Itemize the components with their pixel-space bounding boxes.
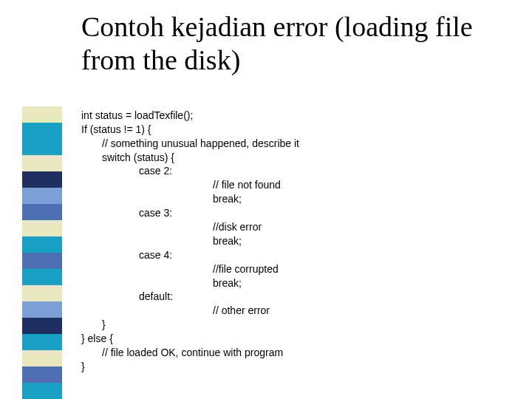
sidebar-block — [22, 318, 62, 334]
sidebar-block — [22, 236, 62, 253]
code-line: } — [81, 361, 85, 372]
code-block: int status = loadTexfile(); If (status !… — [81, 95, 495, 374]
sidebar-block — [22, 301, 62, 318]
sidebar-block — [22, 220, 62, 236]
code-line: If (status != 1) { — [81, 123, 151, 135]
sidebar-block — [22, 106, 62, 123]
code-line: //file corrupted — [81, 262, 279, 276]
code-line: case 2: — [81, 164, 172, 178]
code-line: break; — [81, 276, 242, 290]
code-line: } — [81, 318, 106, 332]
code-line: // file not found — [81, 178, 281, 192]
sidebar-block — [22, 334, 62, 350]
sidebar-block — [22, 188, 62, 204]
sidebar-block — [22, 171, 62, 188]
sidebar-block — [22, 383, 62, 399]
sidebar-block — [22, 285, 62, 301]
code-line: // something unusual happened, describe … — [81, 137, 299, 151]
code-line: switch (status) { — [81, 151, 174, 165]
sidebar-block — [22, 253, 62, 269]
code-line: case 4: — [81, 248, 172, 262]
code-line: int status = loadTexfile(); — [81, 109, 193, 121]
code-line: case 3: — [81, 206, 172, 220]
slide-title: Contoh kejadian error (loading file from… — [81, 10, 495, 77]
code-line: //disk error — [81, 220, 262, 234]
sidebar-block — [22, 155, 62, 171]
sidebar-block — [22, 123, 62, 139]
sidebar-block — [22, 350, 62, 366]
code-line: break; — [81, 234, 242, 248]
code-line: break; — [81, 192, 242, 206]
sidebar-block — [22, 269, 62, 285]
code-line: } else { — [81, 332, 113, 344]
code-line: // file loaded OK, continue with program — [81, 346, 283, 360]
code-line: default: — [81, 290, 173, 304]
code-line: // other error — [81, 304, 270, 318]
decorative-sidebar — [22, 106, 62, 399]
sidebar-block — [22, 204, 62, 220]
sidebar-block — [22, 139, 62, 155]
sidebar-block — [22, 366, 62, 383]
